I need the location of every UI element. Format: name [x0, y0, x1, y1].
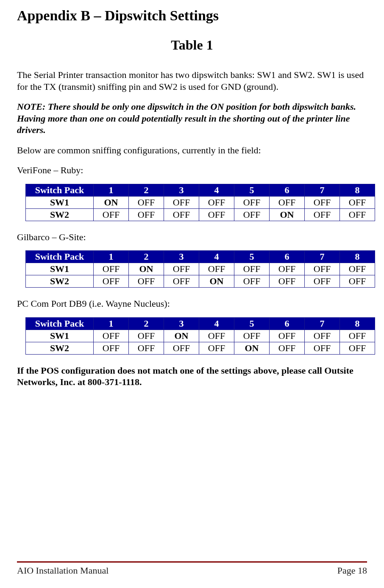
header-col: 7	[305, 251, 340, 263]
header-col: 8	[340, 251, 375, 263]
header-col: 2	[129, 251, 164, 263]
table-row: SW2OFFOFFOFFOFFOFFONOFFOFF	[26, 208, 375, 221]
header-col: 4	[199, 251, 234, 263]
header-switch-pack: Switch Pack	[26, 184, 94, 196]
table-title: Table 1	[17, 37, 367, 53]
row-label: SW1	[26, 330, 94, 342]
dipswitch-table: Switch Pack12345678SW1OFFONOFFOFFOFFOFFO…	[25, 250, 375, 288]
header-col: 7	[305, 317, 340, 330]
header-col: 7	[305, 184, 340, 196]
switch-cell: OFF	[129, 275, 164, 288]
switch-cell: OFF	[94, 263, 129, 275]
switch-cell: OFF	[94, 208, 129, 221]
switch-cell: OFF	[305, 208, 340, 221]
switch-cell: OFF	[270, 342, 305, 354]
header-col: 3	[164, 251, 199, 263]
switch-cell: OFF	[129, 208, 164, 221]
header-col: 1	[94, 317, 129, 330]
switch-cell: OFF	[129, 196, 164, 208]
configs-intro: Below are common sniffing configurations…	[17, 144, 367, 156]
switch-cell: ON	[199, 275, 234, 288]
page-footer: AIO Installation Manual Page 18	[17, 561, 367, 576]
switch-cell: OFF	[305, 263, 340, 275]
switch-cell: OFF	[340, 330, 375, 342]
switch-cell: OFF	[270, 330, 305, 342]
switch-cell: OFF	[305, 342, 340, 354]
table-row: SW1ONOFFOFFOFFOFFOFFOFFOFF	[26, 196, 375, 208]
switch-cell: OFF	[199, 263, 234, 275]
switch-cell: OFF	[270, 196, 305, 208]
header-col: 6	[270, 184, 305, 196]
header-col: 4	[199, 317, 234, 330]
table-header-row: Switch Pack12345678	[26, 184, 375, 196]
switch-cell: OFF	[164, 275, 199, 288]
header-col: 5	[234, 184, 270, 196]
header-col: 2	[129, 317, 164, 330]
switch-cell: OFF	[340, 275, 375, 288]
dipswitch-table: Switch Pack12345678SW1ONOFFOFFOFFOFFOFFO…	[25, 184, 375, 221]
switch-cell: ON	[129, 263, 164, 275]
switch-cell: OFF	[199, 330, 234, 342]
note-paragraph: NOTE: There should be only one dipswitch…	[17, 101, 367, 136]
footer-page-number: Page 18	[337, 565, 367, 576]
header-col: 1	[94, 251, 129, 263]
header-switch-pack: Switch Pack	[26, 317, 94, 330]
switch-cell: OFF	[199, 208, 234, 221]
switch-cell: OFF	[199, 196, 234, 208]
switch-cell: OFF	[94, 275, 129, 288]
table-header-row: Switch Pack12345678	[26, 317, 375, 330]
footer-manual-title: AIO Installation Manual	[17, 565, 109, 576]
header-col: 8	[340, 317, 375, 330]
config-label: PC Com Port DB9 (i.e. Wayne Nucleus):	[17, 298, 367, 310]
switch-cell: OFF	[234, 263, 270, 275]
switch-cell: ON	[164, 330, 199, 342]
switch-cell: OFF	[164, 208, 199, 221]
switch-cell: OFF	[129, 330, 164, 342]
switch-cell: OFF	[270, 263, 305, 275]
row-label: SW2	[26, 208, 94, 221]
closing-paragraph: If the POS configuration does not match …	[17, 365, 367, 388]
header-col: 5	[234, 251, 270, 263]
row-label: SW1	[26, 263, 94, 275]
table-row: SW1OFFONOFFOFFOFFOFFOFFOFF	[26, 263, 375, 275]
switch-cell: OFF	[305, 330, 340, 342]
switch-cell: OFF	[164, 342, 199, 354]
switch-cell: OFF	[305, 275, 340, 288]
switch-cell: ON	[94, 196, 129, 208]
switch-cell: OFF	[94, 330, 129, 342]
footer-divider	[17, 561, 367, 563]
switch-cell: OFF	[164, 196, 199, 208]
switch-cell: OFF	[234, 330, 270, 342]
table-header-row: Switch Pack12345678	[26, 251, 375, 263]
switch-cell: OFF	[94, 342, 129, 354]
table-row: SW1OFFOFFONOFFOFFOFFOFFOFF	[26, 330, 375, 342]
header-col: 5	[234, 317, 270, 330]
dipswitch-table: Switch Pack12345678SW1OFFOFFONOFFOFFOFFO…	[25, 317, 375, 355]
switch-cell: OFF	[234, 208, 270, 221]
header-col: 6	[270, 317, 305, 330]
header-col: 4	[199, 184, 234, 196]
switch-cell: OFF	[340, 342, 375, 354]
switch-cell: OFF	[340, 196, 375, 208]
header-col: 3	[164, 317, 199, 330]
header-col: 8	[340, 184, 375, 196]
switch-cell: OFF	[234, 196, 270, 208]
row-label: SW2	[26, 275, 94, 288]
switch-cell: ON	[270, 208, 305, 221]
intro-paragraph: The Serial Printer transaction monitor h…	[17, 69, 367, 92]
switch-cell: OFF	[340, 208, 375, 221]
switch-cell: OFF	[164, 263, 199, 275]
table-row: SW2OFFOFFOFFOFFONOFFOFFOFF	[26, 342, 375, 354]
row-label: SW2	[26, 342, 94, 354]
switch-cell: OFF	[305, 196, 340, 208]
header-col: 3	[164, 184, 199, 196]
switch-cell: OFF	[270, 275, 305, 288]
table-row: SW2OFFOFFOFFONOFFOFFOFFOFF	[26, 275, 375, 288]
row-label: SW1	[26, 196, 94, 208]
header-col: 1	[94, 184, 129, 196]
switch-cell: OFF	[199, 342, 234, 354]
switch-cell: ON	[234, 342, 270, 354]
switch-cell: OFF	[129, 342, 164, 354]
switch-cell: OFF	[340, 263, 375, 275]
header-switch-pack: Switch Pack	[26, 251, 94, 263]
